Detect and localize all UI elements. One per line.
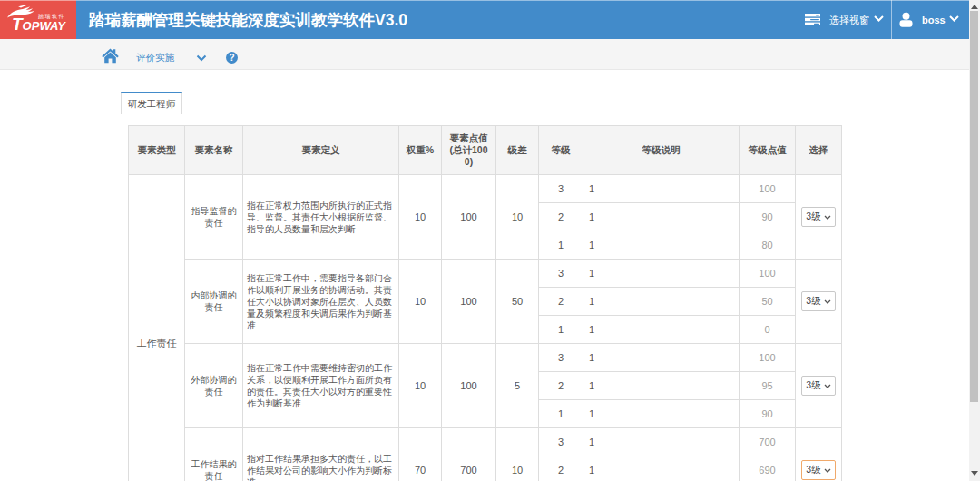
svg-text:踏瑞软件: 踏瑞软件	[38, 14, 65, 20]
